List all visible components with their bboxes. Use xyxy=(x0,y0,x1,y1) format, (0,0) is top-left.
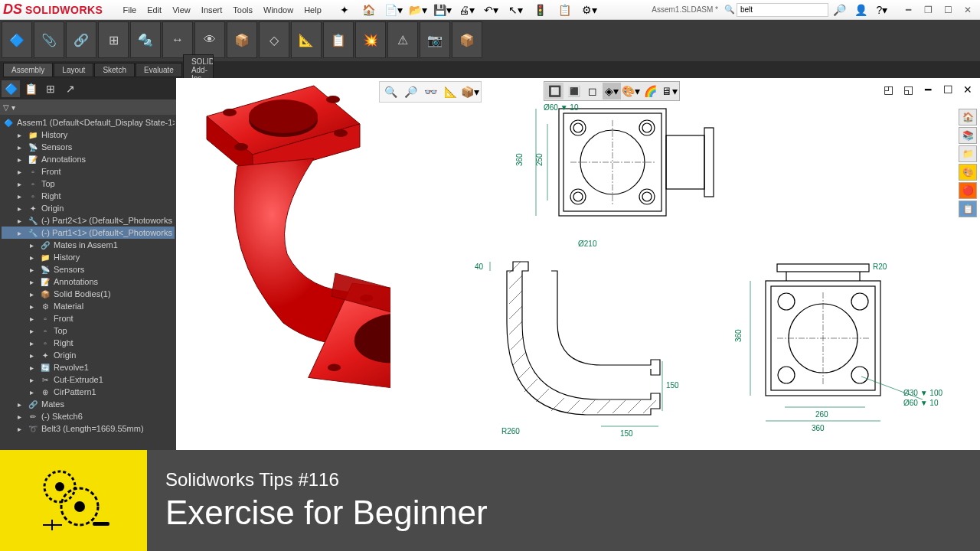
minimize-icon[interactable]: ━ xyxy=(899,3,917,17)
tree-item[interactable]: ▸⊕CirPattern1 xyxy=(2,386,175,398)
tree-item[interactable]: ▸▫Right xyxy=(2,190,175,202)
instant3d-button[interactable]: ⚠ xyxy=(387,21,418,58)
rebuild-icon[interactable]: 🚦 xyxy=(530,2,551,18)
pattern-button[interactable]: ⊞ xyxy=(98,21,129,58)
new-study-button[interactable]: 📐 xyxy=(291,21,322,58)
hidden-removed-icon[interactable]: ◻ xyxy=(583,83,602,99)
menu-help[interactable]: Help xyxy=(299,4,326,16)
palette-tab-icon[interactable]: 🎨 xyxy=(959,164,977,181)
vp-tile-icon[interactable]: ◰ xyxy=(879,81,897,98)
menu-view[interactable]: View xyxy=(168,4,195,16)
speedpak-button[interactable]: 📷 xyxy=(420,21,450,58)
tree-item[interactable]: ▸🔗Mates xyxy=(2,398,175,410)
vp-min-icon[interactable]: ━ xyxy=(919,81,937,98)
insert-component-button[interactable]: 📎 xyxy=(34,21,64,58)
tab-layout[interactable]: Layout xyxy=(54,63,93,77)
print-icon[interactable]: 🖨▾ xyxy=(456,2,478,18)
tree-item[interactable]: ▸✦Origin xyxy=(2,349,175,361)
shaded-edges-icon[interactable]: 🔲 xyxy=(545,83,564,99)
feature-tree-tab-icon[interactable]: 🔷 xyxy=(2,80,20,97)
custom-tab-icon[interactable]: 📋 xyxy=(959,201,977,217)
graphics-viewport[interactable]: 🔍 🔎 👓 📐 📦▾ 🔲 🔳 ◻ ◈▾ 🎨▾ 🌈 🖥▾ ◰ ◱ ━ ☐ ✕ 🏠 … xyxy=(176,78,980,465)
tree-item[interactable]: ▸▫Top xyxy=(2,324,175,337)
tree-item[interactable]: ▸🔧(-) Part1<1> (Default<_Photoworks xyxy=(2,227,175,239)
zoom-area-icon[interactable]: 🔎 xyxy=(401,83,420,100)
config-tab-icon[interactable]: ⊞ xyxy=(41,80,60,97)
tree-item[interactable]: ▸🔧(-) Part2<1> (Default<_Photoworks xyxy=(2,214,175,227)
tree-item[interactable]: ▸➰Belt3 (Length=1669.55mm) xyxy=(2,422,175,435)
tree-filter[interactable]: ▽ ▾ xyxy=(0,99,176,115)
tree-item[interactable]: ▸📁History xyxy=(2,251,175,263)
library-tab-icon[interactable]: 📚 xyxy=(959,127,977,144)
show-hidden-button[interactable]: 👁 xyxy=(194,21,225,58)
search-go-icon[interactable]: 🔎 xyxy=(828,2,850,18)
appearance-icon[interactable]: 🌈 xyxy=(641,83,659,99)
view-orient-icon[interactable]: 📦▾ xyxy=(461,83,479,100)
tree-item[interactable]: ▸▫Top xyxy=(2,178,175,190)
vp-close-icon[interactable]: ✕ xyxy=(959,81,977,98)
tree-root[interactable]: 🔷Assem1 (Default<Default_Display State-1… xyxy=(2,116,175,129)
section-view-icon[interactable]: 📐 xyxy=(441,83,459,100)
tree-item[interactable]: ▸⚙Material xyxy=(2,300,175,312)
tab-evaluate[interactable]: Evaluate xyxy=(136,63,182,77)
tree-item[interactable]: ▸📡Sensors xyxy=(2,263,175,276)
options-icon[interactable]: 📋 xyxy=(554,2,576,18)
menu-window[interactable]: Window xyxy=(259,4,298,16)
close-icon[interactable]: ✕ xyxy=(959,3,977,17)
shaded-icon[interactable]: 🔳 xyxy=(564,83,583,99)
vp-max-icon[interactable]: ☐ xyxy=(939,81,957,98)
menu-tools[interactable]: Tools xyxy=(228,4,257,16)
user-icon[interactable]: 👤 xyxy=(850,2,871,18)
new-icon[interactable]: 📄▾ xyxy=(383,2,404,18)
reference-button[interactable]: ◇ xyxy=(259,21,289,58)
bom-button[interactable]: 📋 xyxy=(323,21,354,58)
tree-item[interactable]: ▸✂Cut-Extrude1 xyxy=(2,373,175,386)
view-settings-icon[interactable]: 🖥▾ xyxy=(660,83,678,99)
restore-icon[interactable]: ❐ xyxy=(919,3,937,17)
scene-icon[interactable]: 🎨▾ xyxy=(622,83,640,99)
maximize-icon[interactable]: ☐ xyxy=(939,3,957,17)
menu-insert[interactable]: Insert xyxy=(197,4,227,16)
snapshot-button[interactable]: 📦 xyxy=(452,21,482,58)
appearances-tab-icon[interactable]: 🔴 xyxy=(959,182,977,199)
settings-icon[interactable]: ⚙▾ xyxy=(579,2,600,18)
tree-item[interactable]: ▸📁History xyxy=(2,129,175,141)
mate-button[interactable]: 🔗 xyxy=(66,21,96,58)
dimxpert-tab-icon[interactable]: ↗ xyxy=(61,80,80,97)
save-icon[interactable]: 💾▾ xyxy=(432,2,453,18)
tree-item[interactable]: ▸▫Right xyxy=(2,337,175,349)
tree-item[interactable]: ▸▫Front xyxy=(2,312,175,324)
explorer-tab-icon[interactable]: 📁 xyxy=(959,145,977,162)
tree-item[interactable]: ▸📝Annotations xyxy=(2,276,175,288)
menu-file[interactable]: File xyxy=(118,4,141,16)
tree-item[interactable]: ▸▫Front xyxy=(2,165,175,178)
undo-icon[interactable]: ↶▾ xyxy=(481,2,502,18)
zoom-fit-icon[interactable]: 🔍 xyxy=(381,83,400,100)
tab-assembly[interactable]: Assembly xyxy=(3,63,53,77)
select-icon[interactable]: ↖▾ xyxy=(505,2,527,18)
tree-item[interactable]: ▸✦Origin xyxy=(2,202,175,214)
exploded-button[interactable]: 💥 xyxy=(355,21,386,58)
features-button[interactable]: 📦 xyxy=(227,21,257,58)
tree-item[interactable]: ▸📡Sensors xyxy=(2,141,175,153)
home-icon[interactable]: 🏠 xyxy=(358,2,380,18)
tree-item[interactable]: ▸📦Solid Bodies(1) xyxy=(2,288,175,300)
vp-cascade-icon[interactable]: ◱ xyxy=(899,81,917,98)
move-button[interactable]: ↔ xyxy=(162,21,193,58)
tree-item[interactable]: ▸📝Annotations xyxy=(2,153,175,165)
feature-tree[interactable]: 🔷Assem1 (Default<Default_Display State-1… xyxy=(0,115,176,465)
wireframe-icon[interactable]: ◈▾ xyxy=(603,83,621,99)
prev-view-icon[interactable]: 👓 xyxy=(421,83,439,100)
menu-edit[interactable]: Edit xyxy=(142,4,166,16)
star-icon[interactable]: ✦ xyxy=(334,2,355,18)
home-tab-icon[interactable]: 🏠 xyxy=(959,109,977,126)
smart-fasteners-button[interactable]: 🔩 xyxy=(130,21,161,58)
tree-item[interactable]: ▸✏(-) Sketch6 xyxy=(2,410,175,422)
help-icon[interactable]: ?▾ xyxy=(871,2,893,18)
open-icon[interactable]: 📂▾ xyxy=(407,2,429,18)
edit-component-button[interactable]: 🔷 xyxy=(2,21,32,58)
property-tab-icon[interactable]: 📋 xyxy=(21,80,40,97)
tree-item[interactable]: ▸🔄Revolve1 xyxy=(2,361,175,373)
tree-item[interactable]: ▸🔗Mates in Assem1 xyxy=(2,239,175,251)
search-input[interactable] xyxy=(737,3,828,17)
